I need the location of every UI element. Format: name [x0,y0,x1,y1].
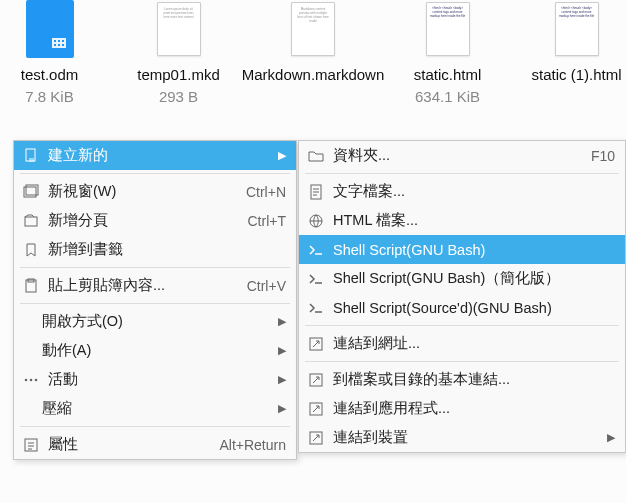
submenu-shell-sourced[interactable]: Shell Script(Source'd)(GNU Bash) [299,293,625,322]
menu-create-new[interactable]: 建立新的 ▶ [14,141,296,170]
file-icon-text: Lorem ipsum dolor sit amet text preview … [153,0,205,58]
menu-shortcut: Ctrl+V [247,278,286,294]
file-size: 7.8 KiB [25,88,73,105]
submenu-link-url[interactable]: 連結到網址... [299,329,625,358]
chevron-right-icon: ▶ [274,402,286,415]
file-item[interactable]: <html> <head> <body> content tags and mo… [398,0,497,105]
context-menu: 建立新的 ▶ 新視窗(W) Ctrl+N 新增分頁 Ctrl+T 新增到書籤 貼… [13,140,297,460]
file-size: 634.1 KiB [415,88,480,105]
menu-compress[interactable]: 壓縮 ▶ [14,394,296,423]
menu-activity[interactable]: 活動 ▶ [14,365,296,394]
link-icon [307,400,325,418]
submenu-link-app[interactable]: 連結到應用程式... [299,394,625,423]
submenu-link-basic[interactable]: 到檔案或目錄的基本連結... [299,365,625,394]
menu-label: 貼上剪貼簿內容... [48,276,247,295]
chevron-right-icon: ▶ [274,344,286,357]
file-icon-text: Markdown content preview with multiple l… [287,0,339,58]
link-icon [307,371,325,389]
file-item[interactable]: Lorem ipsum dolor sit amet text preview … [129,0,228,105]
menu-new-tab[interactable]: 新增分頁 Ctrl+T [14,206,296,235]
menu-shortcut: Ctrl+T [248,213,287,229]
submenu-shell-bash[interactable]: Shell Script(GNU Bash) [299,235,625,264]
menu-label: 新視窗(W) [48,182,246,201]
menu-add-bookmark[interactable]: 新增到書籤 [14,235,296,264]
menu-actions[interactable]: 動作(A) ▶ [14,336,296,365]
menu-separator [305,173,619,174]
submenu-folder[interactable]: 資料夾... F10 [299,141,625,170]
menu-label: Shell Script(GNU Bash)（簡化版） [333,269,615,288]
file-name: test.odm [21,64,79,86]
chevron-right-icon: ▶ [274,149,286,162]
menu-label: HTML 檔案... [333,211,615,230]
svg-point-7 [30,378,33,381]
file-icon-html: <html> <head> <body> content tags and mo… [422,0,474,58]
menu-open-with[interactable]: 開啟方式(O) ▶ [14,307,296,336]
menu-separator [20,173,290,174]
menu-separator [20,303,290,304]
chevron-right-icon: ▶ [274,373,286,386]
menu-properties[interactable]: 屬性 Alt+Return [14,430,296,459]
terminal-icon [307,270,325,288]
menu-label: Shell Script(Source'd)(GNU Bash) [333,300,615,316]
menu-shortcut: F10 [591,148,615,164]
submenu-create-new: 資料夾... F10 文字檔案... HTML 檔案... Shell Scri… [298,140,626,453]
chevron-right-icon: ▶ [274,315,286,328]
terminal-icon [307,241,325,259]
file-name: temp01.mkd [137,64,220,86]
file-name: static.html [414,64,482,86]
link-icon [307,335,325,353]
terminal-icon [307,299,325,317]
menu-label: 開啟方式(O) [42,312,274,331]
menu-label: 屬性 [48,435,219,454]
svg-point-8 [35,378,38,381]
text-file-icon [307,183,325,201]
menu-label: 到檔案或目錄的基本連結... [333,370,615,389]
menu-new-window[interactable]: 新視窗(W) Ctrl+N [14,177,296,206]
properties-icon [22,436,40,454]
link-icon [307,429,325,447]
menu-label: 動作(A) [42,341,274,360]
menu-separator [20,426,290,427]
menu-label: 壓縮 [42,399,274,418]
submenu-html-file[interactable]: HTML 檔案... [299,206,625,235]
file-name: Markdown.markdown [242,64,385,86]
menu-paste[interactable]: 貼上剪貼簿內容... Ctrl+V [14,271,296,300]
menu-separator [305,325,619,326]
menu-label: 連結到網址... [333,334,615,353]
file-size: 293 B [159,88,198,105]
submenu-shell-simple[interactable]: Shell Script(GNU Bash)（簡化版） [299,264,625,293]
menu-label: 連結到裝置 [333,428,603,447]
file-icon-odm [24,0,76,58]
file-item[interactable]: <html> <head> <body> content tags and mo… [527,0,626,88]
menu-label: Shell Script(GNU Bash) [333,242,615,258]
tab-new-icon [22,212,40,230]
menu-shortcut: Ctrl+N [246,184,286,200]
window-new-icon [22,183,40,201]
svg-point-6 [25,378,28,381]
paste-icon [22,277,40,295]
menu-label: 文字檔案... [333,182,615,201]
file-icon-html: <html> <head> <body> content tags and mo… [551,0,603,58]
menu-label: 資料夾... [333,146,591,165]
menu-separator [20,267,290,268]
menu-separator [305,361,619,362]
folder-icon [307,147,325,165]
menu-label: 新增到書籤 [48,240,286,259]
document-new-icon [22,147,40,165]
file-item[interactable]: test.odm 7.8 KiB [0,0,99,105]
menu-label: 建立新的 [48,146,274,165]
menu-shortcut: Alt+Return [219,437,286,453]
menu-label: 活動 [48,370,274,389]
svg-rect-3 [25,217,37,226]
activity-icon [22,371,40,389]
html-file-icon [307,212,325,230]
menu-label: 新增分頁 [48,211,248,230]
bookmark-new-icon [22,241,40,259]
chevron-right-icon: ▶ [603,431,615,444]
submenu-link-device[interactable]: 連結到裝置 ▶ [299,423,625,452]
file-name: static (1).html [531,64,621,86]
submenu-text-file[interactable]: 文字檔案... [299,177,625,206]
menu-label: 連結到應用程式... [333,399,615,418]
file-item[interactable]: Markdown content preview with multiple l… [258,0,368,88]
file-grid: test.odm 7.8 KiB Lorem ipsum dolor sit a… [0,0,626,105]
